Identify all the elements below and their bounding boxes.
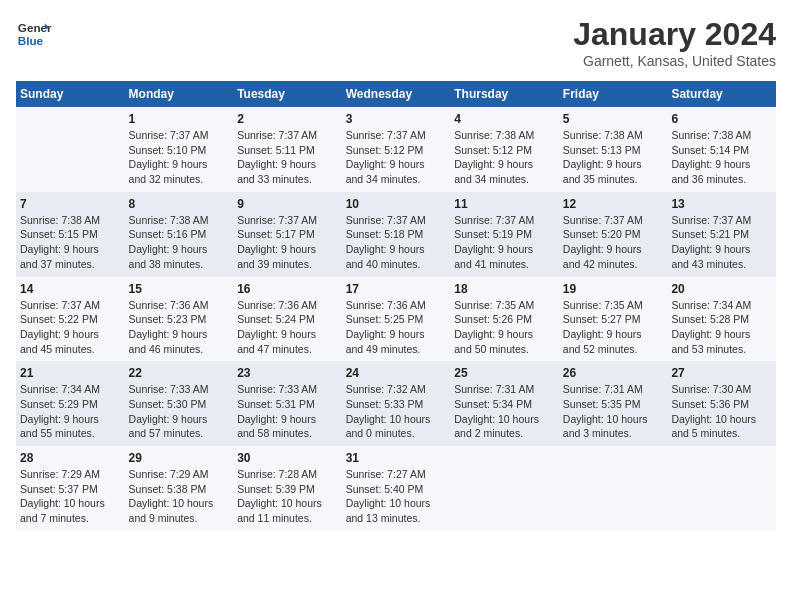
calendar-cell: [450, 446, 559, 531]
calendar-week-row: 7Sunrise: 7:38 AM Sunset: 5:15 PM Daylig…: [16, 192, 776, 277]
day-number: 14: [20, 282, 121, 296]
day-number: 7: [20, 197, 121, 211]
calendar-table: SundayMondayTuesdayWednesdayThursdayFrid…: [16, 81, 776, 531]
day-number: 18: [454, 282, 555, 296]
location-title: Garnett, Kansas, United States: [573, 53, 776, 69]
calendar-cell: 22Sunrise: 7:33 AM Sunset: 5:30 PM Dayli…: [125, 361, 234, 446]
day-number: 15: [129, 282, 230, 296]
calendar-week-row: 21Sunrise: 7:34 AM Sunset: 5:29 PM Dayli…: [16, 361, 776, 446]
calendar-week-row: 1Sunrise: 7:37 AM Sunset: 5:10 PM Daylig…: [16, 107, 776, 192]
calendar-cell: 8Sunrise: 7:38 AM Sunset: 5:16 PM Daylig…: [125, 192, 234, 277]
day-info: Sunrise: 7:36 AM Sunset: 5:24 PM Dayligh…: [237, 298, 338, 357]
calendar-cell: 28Sunrise: 7:29 AM Sunset: 5:37 PM Dayli…: [16, 446, 125, 531]
day-number: 1: [129, 112, 230, 126]
day-info: Sunrise: 7:38 AM Sunset: 5:12 PM Dayligh…: [454, 128, 555, 187]
weekday-header-row: SundayMondayTuesdayWednesdayThursdayFrid…: [16, 81, 776, 107]
day-info: Sunrise: 7:38 AM Sunset: 5:13 PM Dayligh…: [563, 128, 664, 187]
calendar-cell: 15Sunrise: 7:36 AM Sunset: 5:23 PM Dayli…: [125, 277, 234, 362]
calendar-cell: 11Sunrise: 7:37 AM Sunset: 5:19 PM Dayli…: [450, 192, 559, 277]
weekday-header: Saturday: [667, 81, 776, 107]
day-number: 8: [129, 197, 230, 211]
day-info: Sunrise: 7:38 AM Sunset: 5:14 PM Dayligh…: [671, 128, 772, 187]
day-number: 12: [563, 197, 664, 211]
day-info: Sunrise: 7:29 AM Sunset: 5:38 PM Dayligh…: [129, 467, 230, 526]
day-number: 6: [671, 112, 772, 126]
calendar-cell: 26Sunrise: 7:31 AM Sunset: 5:35 PM Dayli…: [559, 361, 668, 446]
calendar-cell: 2Sunrise: 7:37 AM Sunset: 5:11 PM Daylig…: [233, 107, 342, 192]
day-number: 5: [563, 112, 664, 126]
day-info: Sunrise: 7:35 AM Sunset: 5:26 PM Dayligh…: [454, 298, 555, 357]
day-number: 20: [671, 282, 772, 296]
day-number: 27: [671, 366, 772, 380]
day-number: 13: [671, 197, 772, 211]
day-number: 23: [237, 366, 338, 380]
day-info: Sunrise: 7:38 AM Sunset: 5:15 PM Dayligh…: [20, 213, 121, 272]
weekday-header: Sunday: [16, 81, 125, 107]
calendar-cell: 30Sunrise: 7:28 AM Sunset: 5:39 PM Dayli…: [233, 446, 342, 531]
weekday-header: Monday: [125, 81, 234, 107]
calendar-cell: 29Sunrise: 7:29 AM Sunset: 5:38 PM Dayli…: [125, 446, 234, 531]
month-title: January 2024: [573, 16, 776, 53]
day-number: 30: [237, 451, 338, 465]
weekday-header: Tuesday: [233, 81, 342, 107]
day-number: 21: [20, 366, 121, 380]
day-number: 19: [563, 282, 664, 296]
day-number: 9: [237, 197, 338, 211]
weekday-header: Friday: [559, 81, 668, 107]
day-number: 3: [346, 112, 447, 126]
day-info: Sunrise: 7:28 AM Sunset: 5:39 PM Dayligh…: [237, 467, 338, 526]
calendar-cell: 6Sunrise: 7:38 AM Sunset: 5:14 PM Daylig…: [667, 107, 776, 192]
logo: General Blue: [16, 16, 52, 52]
day-info: Sunrise: 7:37 AM Sunset: 5:12 PM Dayligh…: [346, 128, 447, 187]
calendar-cell: [667, 446, 776, 531]
calendar-week-row: 14Sunrise: 7:37 AM Sunset: 5:22 PM Dayli…: [16, 277, 776, 362]
calendar-cell: 9Sunrise: 7:37 AM Sunset: 5:17 PM Daylig…: [233, 192, 342, 277]
day-info: Sunrise: 7:30 AM Sunset: 5:36 PM Dayligh…: [671, 382, 772, 441]
calendar-cell: 25Sunrise: 7:31 AM Sunset: 5:34 PM Dayli…: [450, 361, 559, 446]
calendar-cell: 24Sunrise: 7:32 AM Sunset: 5:33 PM Dayli…: [342, 361, 451, 446]
calendar-cell: 1Sunrise: 7:37 AM Sunset: 5:10 PM Daylig…: [125, 107, 234, 192]
day-number: 4: [454, 112, 555, 126]
day-info: Sunrise: 7:36 AM Sunset: 5:25 PM Dayligh…: [346, 298, 447, 357]
day-number: 31: [346, 451, 447, 465]
calendar-cell: 13Sunrise: 7:37 AM Sunset: 5:21 PM Dayli…: [667, 192, 776, 277]
day-info: Sunrise: 7:37 AM Sunset: 5:19 PM Dayligh…: [454, 213, 555, 272]
calendar-cell: 23Sunrise: 7:33 AM Sunset: 5:31 PM Dayli…: [233, 361, 342, 446]
day-number: 25: [454, 366, 555, 380]
day-info: Sunrise: 7:34 AM Sunset: 5:28 PM Dayligh…: [671, 298, 772, 357]
day-info: Sunrise: 7:37 AM Sunset: 5:20 PM Dayligh…: [563, 213, 664, 272]
title-area: January 2024 Garnett, Kansas, United Sta…: [573, 16, 776, 69]
weekday-header: Thursday: [450, 81, 559, 107]
day-number: 22: [129, 366, 230, 380]
calendar-cell: 3Sunrise: 7:37 AM Sunset: 5:12 PM Daylig…: [342, 107, 451, 192]
day-number: 29: [129, 451, 230, 465]
day-info: Sunrise: 7:27 AM Sunset: 5:40 PM Dayligh…: [346, 467, 447, 526]
calendar-cell: 27Sunrise: 7:30 AM Sunset: 5:36 PM Dayli…: [667, 361, 776, 446]
calendar-cell: 17Sunrise: 7:36 AM Sunset: 5:25 PM Dayli…: [342, 277, 451, 362]
day-info: Sunrise: 7:37 AM Sunset: 5:10 PM Dayligh…: [129, 128, 230, 187]
day-info: Sunrise: 7:33 AM Sunset: 5:31 PM Dayligh…: [237, 382, 338, 441]
calendar-cell: 12Sunrise: 7:37 AM Sunset: 5:20 PM Dayli…: [559, 192, 668, 277]
calendar-cell: 19Sunrise: 7:35 AM Sunset: 5:27 PM Dayli…: [559, 277, 668, 362]
calendar-cell: 21Sunrise: 7:34 AM Sunset: 5:29 PM Dayli…: [16, 361, 125, 446]
calendar-cell: 20Sunrise: 7:34 AM Sunset: 5:28 PM Dayli…: [667, 277, 776, 362]
weekday-header: Wednesday: [342, 81, 451, 107]
calendar-cell: 10Sunrise: 7:37 AM Sunset: 5:18 PM Dayli…: [342, 192, 451, 277]
day-number: 17: [346, 282, 447, 296]
day-number: 2: [237, 112, 338, 126]
calendar-week-row: 28Sunrise: 7:29 AM Sunset: 5:37 PM Dayli…: [16, 446, 776, 531]
page-header: General Blue January 2024 Garnett, Kansa…: [16, 16, 776, 69]
day-info: Sunrise: 7:37 AM Sunset: 5:21 PM Dayligh…: [671, 213, 772, 272]
calendar-cell: 5Sunrise: 7:38 AM Sunset: 5:13 PM Daylig…: [559, 107, 668, 192]
day-number: 11: [454, 197, 555, 211]
day-number: 28: [20, 451, 121, 465]
calendar-cell: 31Sunrise: 7:27 AM Sunset: 5:40 PM Dayli…: [342, 446, 451, 531]
calendar-cell: 7Sunrise: 7:38 AM Sunset: 5:15 PM Daylig…: [16, 192, 125, 277]
day-info: Sunrise: 7:34 AM Sunset: 5:29 PM Dayligh…: [20, 382, 121, 441]
day-info: Sunrise: 7:38 AM Sunset: 5:16 PM Dayligh…: [129, 213, 230, 272]
day-number: 16: [237, 282, 338, 296]
day-info: Sunrise: 7:29 AM Sunset: 5:37 PM Dayligh…: [20, 467, 121, 526]
logo-icon: General Blue: [16, 16, 52, 52]
calendar-cell: 18Sunrise: 7:35 AM Sunset: 5:26 PM Dayli…: [450, 277, 559, 362]
day-info: Sunrise: 7:37 AM Sunset: 5:18 PM Dayligh…: [346, 213, 447, 272]
